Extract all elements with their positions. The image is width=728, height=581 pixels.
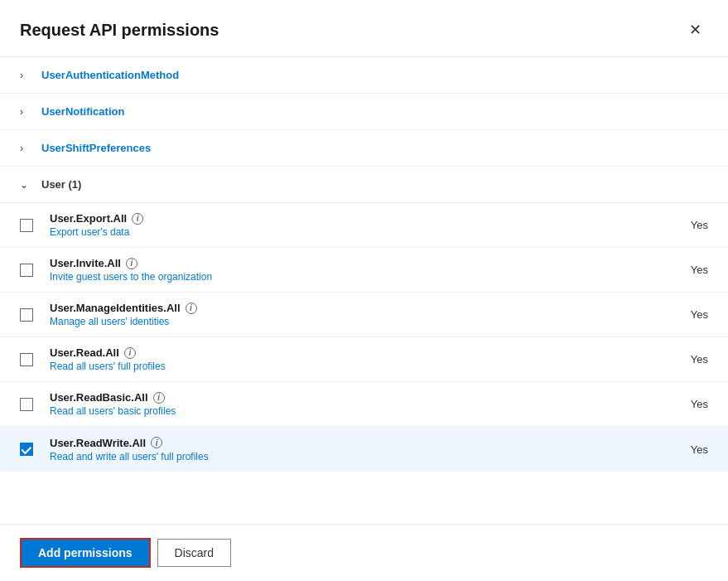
permission-row-user-export: User.Export.All i Export user's data Yes <box>0 203 728 248</box>
chevron-right-icon: › <box>20 106 33 118</box>
checkbox-user-read[interactable] <box>20 353 33 366</box>
consent-user-manage: Yes <box>642 308 708 321</box>
perm-desc-user-readwrite: Read and write all users' full profiles <box>50 451 642 462</box>
info-icon-user-invite[interactable]: i <box>126 258 137 269</box>
permission-row-user-readbasic: User.ReadBasic.All i Read all users' bas… <box>0 382 728 427</box>
chevron-down-icon: ⌄ <box>20 179 33 191</box>
checkbox-cell-user-readwrite[interactable] <box>20 443 50 456</box>
section-item-user-expanded[interactable]: ⌄ User (1) <box>0 167 728 203</box>
perm-name-user-readbasic: User.ReadBasic.All <box>50 391 148 404</box>
perm-info-user-manage: User.ManageIdentities.All i Manage all u… <box>50 302 642 327</box>
info-icon-user-manage[interactable]: i <box>186 303 197 314</box>
section-label-user-shift: UserShiftPreferences <box>41 142 151 154</box>
close-icon: ✕ <box>689 21 701 39</box>
chevron-right-icon: › <box>20 143 33 154</box>
perm-info-user-invite: User.Invite.All i Invite guest users to … <box>50 257 642 283</box>
perm-desc-user-manage: Manage all users' identities <box>50 316 642 327</box>
consent-user-read: Yes <box>642 353 708 366</box>
section-item-user-auth[interactable]: › UserAuthenticationMethod <box>0 57 728 94</box>
perm-name-user-invite: User.Invite.All <box>50 257 121 269</box>
section-label-user-notif: UserNotification <box>41 105 124 118</box>
dialog-title: Request API permissions <box>20 21 219 40</box>
info-icon-user-readbasic[interactable]: i <box>153 392 165 404</box>
checkbox-cell-user-read[interactable] <box>20 353 50 366</box>
perm-info-user-readbasic: User.ReadBasic.All i Read all users' bas… <box>50 391 642 417</box>
permission-row-user-manage: User.ManageIdentities.All i Manage all u… <box>0 293 728 337</box>
checkbox-user-invite[interactable] <box>20 264 33 277</box>
perm-name-user-readwrite: User.ReadWrite.All <box>50 437 146 449</box>
perm-desc-user-invite: Invite guest users to the organization <box>50 271 642 283</box>
section-item-user-notif[interactable]: › UserNotification <box>0 94 728 130</box>
perm-desc-user-export: Export user's data <box>50 226 642 238</box>
perm-name-user-manage: User.ManageIdentities.All <box>50 302 181 314</box>
checkbox-cell-user-manage[interactable] <box>20 308 50 322</box>
permissions-content: › UserAuthenticationMethod › UserNotific… <box>0 56 728 525</box>
discard-button[interactable]: Discard <box>157 539 231 567</box>
info-icon-user-read[interactable]: i <box>124 347 136 359</box>
perm-desc-user-readbasic: Read all users' basic profiles <box>50 405 642 417</box>
perm-desc-user-read: Read all users' full profiles <box>50 361 642 372</box>
dialog-footer: Add permissions Discard <box>0 525 728 581</box>
perm-name-user-export: User.Export.All <box>50 212 127 225</box>
consent-user-readwrite: Yes <box>642 443 708 456</box>
checkbox-cell-user-invite[interactable] <box>20 264 50 277</box>
request-api-permissions-dialog: Request API permissions ✕ › UserAuthenti… <box>0 0 728 581</box>
checkbox-user-export[interactable] <box>20 219 33 232</box>
permission-row-user-readwrite: User.ReadWrite.All i Read and write all … <box>0 427 728 472</box>
checkbox-cell-user-readbasic[interactable] <box>20 398 50 411</box>
checkbox-user-readwrite[interactable] <box>20 443 33 456</box>
section-label-user-auth: UserAuthenticationMethod <box>41 69 179 81</box>
permission-row-user-read: User.Read.All i Read all users' full pro… <box>0 337 728 382</box>
consent-user-export: Yes <box>642 219 708 231</box>
perm-info-user-export: User.Export.All i Export user's data <box>50 212 642 238</box>
consent-user-readbasic: Yes <box>642 398 708 410</box>
dialog-header: Request API permissions ✕ <box>0 0 728 56</box>
perm-info-user-readwrite: User.ReadWrite.All i Read and write all … <box>50 437 642 462</box>
close-button[interactable]: ✕ <box>682 17 708 43</box>
info-icon-user-export[interactable]: i <box>132 213 143 225</box>
permission-row-user-invite: User.Invite.All i Invite guest users to … <box>0 248 728 293</box>
perm-name-user-read: User.Read.All <box>50 346 119 359</box>
consent-user-invite: Yes <box>642 264 708 276</box>
chevron-right-icon: › <box>20 70 33 81</box>
checkbox-user-readbasic[interactable] <box>20 398 33 411</box>
section-label-user-expanded: User (1) <box>41 178 81 191</box>
info-icon-user-readwrite[interactable]: i <box>151 437 162 448</box>
add-permissions-button[interactable]: Add permissions <box>20 538 151 568</box>
section-item-user-shift[interactable]: › UserShiftPreferences <box>0 130 728 167</box>
perm-info-user-read: User.Read.All i Read all users' full pro… <box>50 346 642 372</box>
checkbox-cell-user-export[interactable] <box>20 219 50 232</box>
checkbox-user-manage[interactable] <box>20 308 33 322</box>
